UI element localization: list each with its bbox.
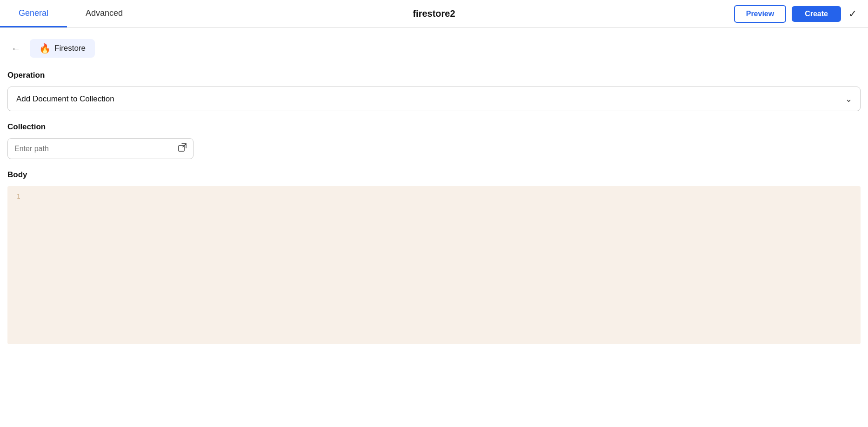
body-editor-area[interactable] bbox=[26, 186, 861, 344]
line-numbers: 1 bbox=[7, 186, 26, 344]
collection-path-input[interactable] bbox=[14, 145, 174, 153]
operation-select-wrapper: Add Document to Collection Get Document … bbox=[7, 87, 861, 111]
main-content: ← 🔥 Firestore Operation Add Document to … bbox=[0, 28, 868, 352]
breadcrumb: ← 🔥 Firestore bbox=[7, 39, 861, 58]
operation-select[interactable]: Add Document to Collection Get Document … bbox=[7, 87, 861, 111]
chevron-down-icon[interactable]: ✓ bbox=[848, 8, 857, 20]
external-link-icon[interactable] bbox=[178, 143, 187, 154]
create-button[interactable]: Create bbox=[792, 6, 841, 22]
tab-general[interactable]: General bbox=[0, 0, 67, 27]
firestore-icon: 🔥 bbox=[39, 43, 51, 54]
firestore-badge[interactable]: 🔥 Firestore bbox=[30, 39, 95, 58]
body-label: Body bbox=[7, 170, 861, 180]
tab-advanced[interactable]: Advanced bbox=[67, 0, 141, 27]
line-number-1: 1 bbox=[13, 193, 20, 200]
firestore-label: Firestore bbox=[54, 44, 86, 53]
operation-label: Operation bbox=[7, 71, 861, 80]
header: General Advanced firestore2 Preview Crea… bbox=[0, 0, 868, 28]
page-title: firestore2 bbox=[413, 8, 455, 19]
preview-button[interactable]: Preview bbox=[734, 5, 786, 23]
header-actions: Preview Create ✓ bbox=[734, 5, 868, 23]
back-arrow-icon[interactable]: ← bbox=[7, 41, 24, 56]
body-editor: 1 bbox=[7, 186, 861, 344]
collection-label: Collection bbox=[7, 122, 861, 132]
collection-input-wrapper bbox=[7, 138, 194, 159]
